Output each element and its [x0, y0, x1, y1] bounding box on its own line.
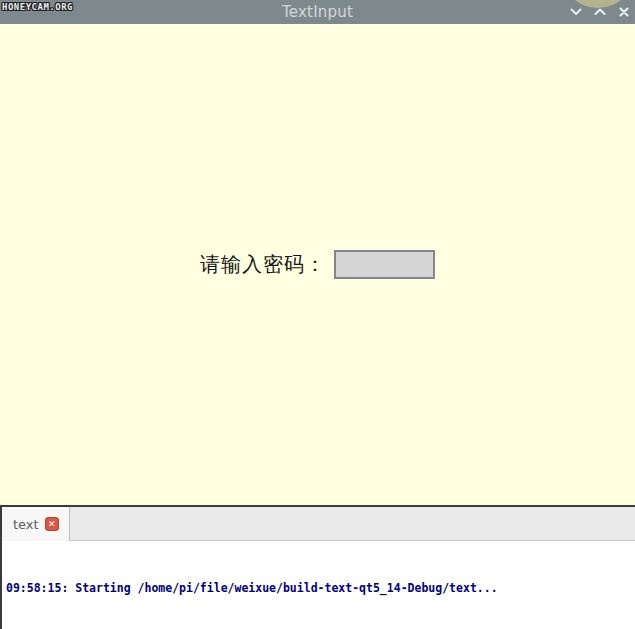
password-label: 请输入密码： — [200, 251, 326, 278]
maximize-icon[interactable] — [592, 5, 607, 20]
window-title: TextInput — [0, 3, 635, 21]
watermark-label: HONEYCAM.ORG — [2, 2, 73, 12]
output-tabbar: text ✕ — [2, 507, 635, 541]
minimize-icon[interactable] — [568, 5, 583, 20]
tab-close-icon[interactable]: ✕ — [45, 517, 59, 531]
output-panel: text ✕ 09:58:15: Starting /home/pi/file/… — [0, 507, 635, 629]
tab-text[interactable]: text ✕ — [2, 507, 70, 541]
window-titlebar[interactable]: TextInput HONEYCAM.ORG — [0, 0, 635, 24]
console-line: 09:58:15: Starting /home/pi/file/weixue/… — [6, 580, 631, 596]
console-output[interactable]: 09:58:15: Starting /home/pi/file/weixue/… — [2, 541, 635, 629]
tab-label: text — [13, 517, 39, 532]
app-client-area: 请输入密码： — [0, 24, 635, 505]
close-icon[interactable] — [616, 5, 631, 20]
password-input[interactable] — [334, 250, 435, 279]
screen: TextInput HONEYCAM.ORG 请输入密码： text ✕ — [0, 0, 635, 629]
password-row: 请输入密码： — [0, 250, 635, 279]
window-controls — [568, 0, 631, 24]
